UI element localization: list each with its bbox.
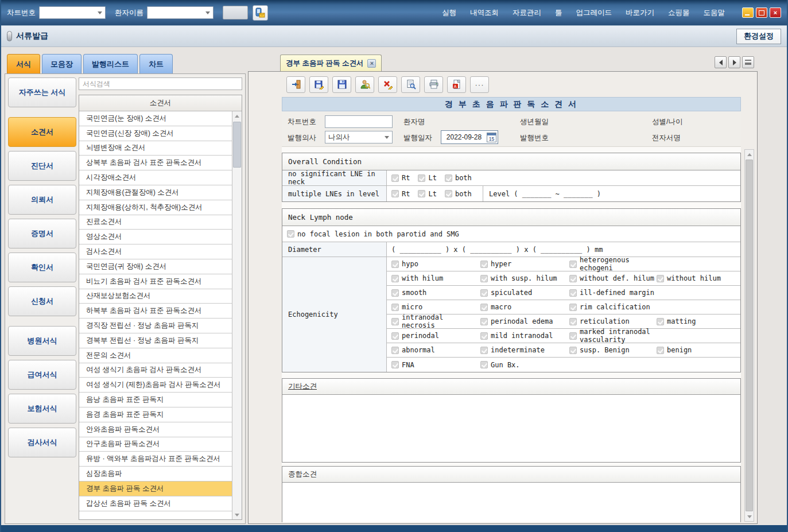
category-button[interactable]: 신청서	[8, 286, 76, 316]
list-item[interactable]: 심장초음파	[79, 467, 232, 481]
checkbox-icon[interactable]	[391, 261, 399, 268]
checkbox-icon[interactable]	[391, 174, 399, 182]
checkbox-item[interactable]: with susp. hilum	[480, 274, 569, 282]
delete-button[interactable]	[378, 76, 397, 93]
checkbox-item[interactable]: hypo	[391, 260, 480, 268]
menu-item[interactable]: 도움말	[704, 8, 725, 18]
checkbox-icon[interactable]	[657, 275, 664, 282]
list-item[interactable]: 시각장애소견서	[79, 170, 232, 185]
checkbox-item[interactable]: both	[445, 174, 472, 182]
scroll-up-button[interactable]	[232, 111, 242, 121]
summary-textarea[interactable]	[282, 483, 740, 522]
checkbox-item[interactable]: indeterminate	[480, 346, 569, 354]
checkbox-icon[interactable]	[480, 275, 488, 282]
checkbox-item[interactable]: micro	[391, 303, 480, 311]
tab-prev-button[interactable]	[715, 56, 727, 68]
tab-서식[interactable]: 서식	[7, 54, 40, 73]
tab-모음장[interactable]: 모음장	[42, 54, 81, 73]
checkbox-item[interactable]: with hilum	[391, 274, 480, 282]
doctor-combobox[interactable]: 나의사	[325, 131, 393, 143]
checkbox-item[interactable]: without hilum	[657, 274, 721, 282]
preview-button[interactable]	[401, 76, 420, 93]
save-as-button[interactable]	[309, 76, 328, 93]
menu-item[interactable]: 자료관리	[513, 8, 541, 18]
checkbox-item[interactable]: spiculated	[480, 289, 569, 297]
list-scrollbar[interactable]	[232, 111, 242, 519]
checkbox-icon[interactable]	[480, 261, 488, 268]
checkbox-item[interactable]: abnormal	[391, 346, 480, 354]
category-button[interactable]: 급여서식	[8, 360, 76, 390]
scrollbar-thumb[interactable]	[233, 122, 241, 168]
form-scrollbar[interactable]	[744, 149, 754, 522]
checkbox-item[interactable]: rim calcification	[569, 303, 657, 311]
checkbox-icon[interactable]	[569, 275, 577, 282]
checkbox-icon[interactable]	[391, 361, 399, 368]
checkbox-item[interactable]: without def. hilum	[569, 274, 657, 282]
checkbox-icon[interactable]	[391, 318, 399, 325]
category-button[interactable]: 보험서식	[8, 394, 76, 424]
chart-no-combobox[interactable]	[39, 6, 106, 19]
checkbox-item[interactable]: benign	[657, 346, 692, 354]
list-item[interactable]: 산재보상보험소견서	[79, 289, 232, 304]
menu-item[interactable]: 쇼핑몰	[668, 8, 690, 18]
checkbox-item[interactable]: Rt	[391, 174, 410, 182]
menu-item[interactable]: 툴	[555, 8, 562, 18]
other-findings-textarea[interactable]	[282, 395, 740, 462]
checkbox-icon[interactable]	[569, 304, 577, 311]
checkbox-icon[interactable]	[287, 230, 294, 238]
checkbox-icon[interactable]	[418, 174, 425, 182]
list-item[interactable]: 유방 · 액와부 초음파검사 표준 판독소견서	[79, 452, 232, 467]
list-item[interactable]: 경부 초음파 판독 소견서	[79, 481, 232, 496]
checkbox-icon[interactable]	[480, 347, 488, 354]
scroll-down-button[interactable]	[232, 510, 242, 519]
checkbox-icon[interactable]	[569, 289, 577, 297]
checkbox-icon[interactable]	[391, 304, 399, 311]
checkbox-item[interactable]: hyper	[480, 260, 569, 268]
chart-no-input[interactable]	[325, 115, 393, 128]
list-item[interactable]: 뇌병변장애 소견서	[79, 141, 232, 156]
list-item[interactable]: 국민연금(신장 장애) 소견서	[79, 126, 232, 141]
pdf-button[interactable]: A	[447, 76, 466, 93]
category-button[interactable]: 자주쓰는 서식	[8, 77, 76, 107]
list-item[interactable]: 음낭 초음파 표준 판독지	[79, 393, 232, 407]
checkbox-icon[interactable]	[480, 332, 488, 340]
form-search-input[interactable]	[79, 77, 242, 90]
settings-button[interactable]: 환경설정	[736, 29, 781, 44]
topbar-disabled-button[interactable]	[223, 6, 248, 20]
checkbox-icon[interactable]	[480, 289, 488, 297]
category-button[interactable]: 증명서	[8, 219, 76, 248]
more-button[interactable]: ···	[470, 76, 489, 93]
list-item[interactable]: 검사소견서	[79, 244, 232, 259]
checkbox-icon[interactable]	[569, 261, 577, 268]
checkbox-icon[interactable]	[657, 318, 664, 325]
list-item[interactable]: 비뇨기 초음파 검사 표준 판독소견서	[79, 274, 232, 289]
list-item[interactable]: 경직장 전립선 · 정낭 초음파 판독지	[79, 319, 232, 333]
checkbox-icon[interactable]	[569, 332, 577, 340]
checkbox-item[interactable]: Gun Bx.	[480, 361, 569, 369]
checkbox-item[interactable]: both	[445, 190, 472, 198]
list-item[interactable]: 상복부 초음파 검사 표준 판독소견서	[79, 156, 232, 170]
patient-search-button[interactable]	[355, 76, 374, 93]
close-button[interactable]: ×	[770, 7, 781, 18]
category-button[interactable]: 진단서	[8, 151, 76, 181]
checkbox-item[interactable]: reticulation	[569, 317, 657, 325]
list-item[interactable]: 안와초음파 판독소견서	[79, 422, 232, 437]
checkbox-item[interactable]: susp. Benign	[569, 346, 657, 354]
patient-name-combobox[interactable]	[147, 6, 214, 19]
checkbox-item[interactable]: Lt	[418, 174, 436, 182]
scrollbar-thumb[interactable]	[746, 160, 753, 511]
tab-next-button[interactable]	[728, 56, 740, 68]
category-button[interactable]: 병원서식	[8, 326, 76, 356]
scroll-up-button[interactable]	[745, 150, 754, 159]
print-button[interactable]	[424, 76, 443, 93]
category-button[interactable]: 확인서	[8, 253, 76, 282]
checkbox-item[interactable]: matting	[657, 317, 696, 325]
restore-button[interactable]	[756, 7, 767, 18]
checkbox-icon[interactable]	[569, 318, 577, 325]
list-item[interactable]: 갑상선 초음파 판독 소견서	[79, 496, 232, 511]
scroll-down-button[interactable]	[745, 512, 754, 521]
checkbox-item[interactable]: macro	[480, 303, 569, 311]
menu-item[interactable]: 내역조회	[470, 8, 499, 18]
list-item[interactable]: 지체장애용(관절장애) 소견서	[79, 185, 232, 200]
level-field[interactable]: Level ( _______ ~ _______ )	[483, 186, 740, 201]
